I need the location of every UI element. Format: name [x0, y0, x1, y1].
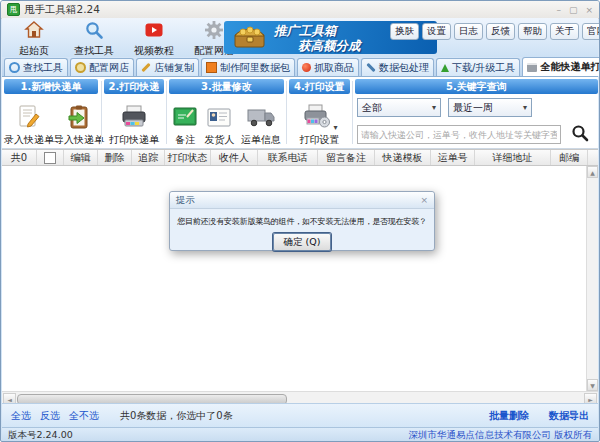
select-none-link[interactable]: 全不选	[69, 409, 99, 423]
ribbon-item-label: 录入快递单	[4, 133, 54, 147]
waybill-info-button[interactable]: 运单信息	[241, 104, 281, 147]
select-all-checkbox[interactable]	[44, 152, 56, 164]
data-export-link[interactable]: 数据导出	[549, 409, 589, 423]
help-button[interactable]: 帮助	[518, 23, 547, 40]
section-batch-edit: 3.批量修改 备注 发货人 运单信息	[169, 79, 284, 147]
tab-download-upgrade[interactable]: 下载/升级工具	[436, 58, 520, 76]
log-button[interactable]: 日志	[454, 23, 483, 40]
tab-shop-copy[interactable]: 店铺复制	[136, 58, 199, 76]
toolbar-item-label: 视频教程	[134, 44, 174, 58]
about-button[interactable]: 关于	[550, 23, 579, 40]
settings-button[interactable]: 设置	[422, 23, 451, 40]
section-print-waybill: 2.打印快递单 打印快递单	[104, 79, 164, 147]
column-header-edit[interactable]: 编辑	[64, 150, 98, 165]
vertical-scrollbar[interactable]: ▲ ▼	[586, 166, 598, 391]
remark-button[interactable]: 备注	[172, 104, 198, 147]
search-icon[interactable]	[571, 124, 589, 145]
package-icon	[206, 62, 217, 73]
dialog-ok-button[interactable]: 确定 (Q)	[273, 233, 331, 251]
printer-icon	[527, 63, 537, 72]
search-icon	[84, 20, 104, 43]
tab-label: 查找工具	[23, 61, 63, 75]
toolbar-item-label: 查找工具	[74, 44, 114, 58]
toolbar-buttons: 换肤 设置 日志 反馈 帮助 关于 官网	[390, 23, 600, 40]
column-header-waybill-no[interactable]: 运单号	[431, 150, 475, 165]
column-header-delete[interactable]: 删除	[98, 150, 132, 165]
tab-bar: 查找工具 配置网店 店铺复制 制作阿里数据包 抓取商品 数据包处理 下载/升级工…	[2, 57, 598, 76]
select-all-header	[37, 150, 64, 165]
footer-bar: 全选 反选 全不选 共0条数据，你选中了0条 批量删除 数据导出	[2, 403, 598, 427]
toolbar-item-video-tutorial[interactable]: 视频教程	[128, 20, 180, 58]
tab-express-print[interactable]: 全能快递单打印	[522, 57, 600, 76]
printer-icon	[120, 104, 148, 132]
section-print-settings: 4.打印设置 ▾ 打印设置	[289, 79, 350, 147]
column-header-address[interactable]: 详细地址	[475, 150, 551, 165]
ribbon-item-label: 打印快递单	[109, 133, 159, 147]
toolbar-item-label: 起始页	[19, 44, 49, 58]
selection-summary: 共0条数据，你选中了0条	[120, 409, 233, 423]
printer-settings-icon	[301, 104, 331, 132]
date-filter-select[interactable]: 最近一周 ▾	[448, 98, 532, 117]
tab-configure-shop[interactable]: 配置网店	[70, 58, 134, 76]
import-waybill-button[interactable]: 导入快递单	[54, 104, 104, 147]
type-filter-select[interactable]: 全部 ▾	[357, 98, 441, 117]
column-header-track[interactable]: 追踪	[132, 150, 165, 165]
website-button[interactable]: 官网	[582, 23, 600, 40]
banner-line1: 推广工具箱	[274, 23, 361, 38]
column-header-print-status[interactable]: 打印状态	[165, 150, 211, 165]
skin-button[interactable]: 换肤	[390, 23, 419, 40]
gear-icon	[204, 20, 224, 43]
print-waybill-button[interactable]: 打印快递单	[109, 104, 159, 147]
ribbon-item-label: 打印设置	[300, 133, 340, 147]
section-keyword-search: 5.关键字查询 全部 ▾ 最近一周 ▾	[355, 79, 598, 147]
close-button[interactable]: ×	[585, 5, 593, 15]
prompt-dialog: 提示 × 您目前还没有安装新版菜鸟的组件，如不安装无法使用，是否现在安装？ 确定…	[169, 191, 435, 251]
dialog-titlebar: 提示 ×	[170, 192, 434, 209]
shipper-button[interactable]: 发货人	[204, 104, 234, 147]
tab-ali-datapack[interactable]: 制作阿里数据包	[201, 58, 295, 76]
main-toolbar: 起始页 查找工具 视频教程 配置网店 推广工具箱 获高额分成 换肤	[2, 18, 598, 57]
window-title: 甩手工具箱2.24	[24, 3, 100, 17]
dialog-message: 您目前还没有安装新版菜鸟的组件，如不安装无法使用，是否现在安装？	[170, 216, 434, 227]
minimize-button[interactable]: –	[556, 5, 561, 15]
toolbar-item-find-tools[interactable]: 查找工具	[68, 20, 120, 58]
column-header-recipient[interactable]: 收件人	[211, 150, 258, 165]
feedback-button[interactable]: 反馈	[486, 23, 515, 40]
keyword-search-input[interactable]	[357, 125, 561, 144]
wrench-icon	[366, 63, 375, 72]
type-filter-value: 全部	[362, 101, 382, 115]
ribbon: 1.新增快递单 录入快递单 导入快递单 2.打印快递单	[2, 77, 598, 149]
upgrade-arrow-icon	[441, 64, 449, 72]
column-header-template[interactable]: 快递模板	[375, 150, 431, 165]
scroll-up-button[interactable]: ▲	[587, 166, 598, 178]
column-header-remark[interactable]: 留言备注	[318, 150, 375, 165]
quick-launch: 起始页 查找工具 视频教程 配置网店	[8, 20, 240, 58]
section-divider	[352, 81, 353, 144]
enter-waybill-button[interactable]: 录入快递单	[4, 104, 54, 147]
maximize-button[interactable]: ▢	[569, 5, 578, 15]
section-title: 1.新增快递单	[4, 79, 98, 94]
column-header-zipcode[interactable]: 邮编	[551, 150, 588, 165]
ribbon-item-label: 运单信息	[241, 133, 281, 147]
tab-datapack-process[interactable]: 数据包处理	[361, 58, 434, 76]
grab-icon	[302, 63, 311, 72]
toolbar-item-home[interactable]: 起始页	[8, 20, 60, 58]
table-header: 共0 编辑 删除 追踪 打印状态 收件人 联系电话 留言备注 快递模板 运单号 …	[2, 149, 598, 166]
scroll-down-button[interactable]: ▼	[587, 379, 598, 391]
tab-grab-products[interactable]: 抓取商品	[297, 58, 359, 76]
truck-icon	[246, 104, 276, 132]
select-all-link[interactable]: 全选	[11, 409, 31, 423]
tab-label: 全能快递单打印	[540, 60, 600, 74]
invert-selection-link[interactable]: 反选	[40, 409, 60, 423]
tab-find-tools[interactable]: 查找工具	[4, 58, 68, 76]
search-icon	[9, 62, 20, 73]
home-icon	[24, 20, 44, 43]
app-window: 甩 甩手工具箱2.24 – ▢ × 起始页 查找工具 视频教程 配置网店	[0, 0, 600, 442]
column-header-phone[interactable]: 联系电话	[258, 150, 318, 165]
print-settings-button[interactable]: ▾ 打印设置	[300, 104, 340, 147]
batch-delete-link[interactable]: 批量删除	[489, 409, 529, 423]
version-label: 版本号2.24.00	[8, 429, 73, 442]
section-title: 5.关键字查询	[355, 79, 598, 94]
dialog-close-icon[interactable]: ×	[420, 195, 428, 205]
chevron-down-icon[interactable]: ▾	[333, 123, 337, 132]
